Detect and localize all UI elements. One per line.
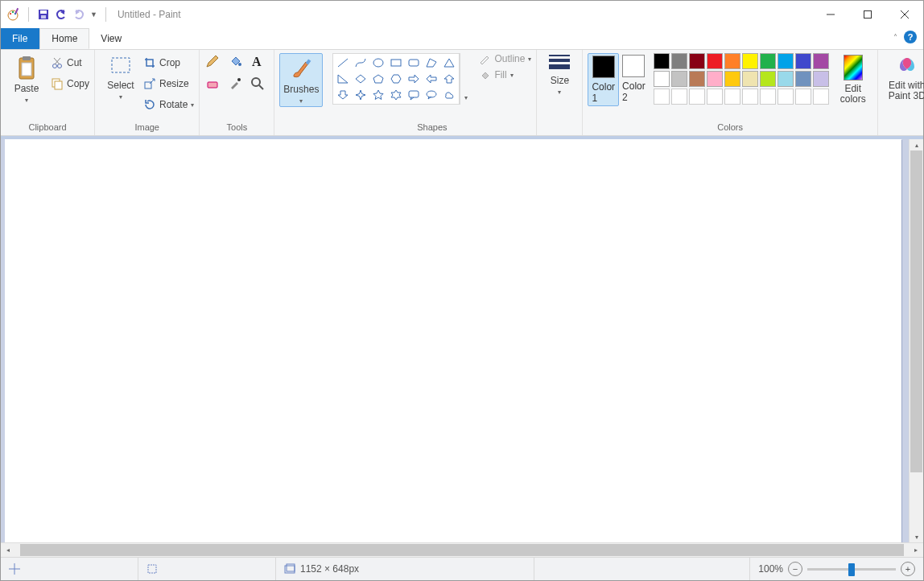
vertical-scrollbar[interactable]: ▴ ▾ xyxy=(909,139,923,542)
tab-home[interactable]: Home xyxy=(39,28,89,49)
shape-arrow-right-icon[interactable] xyxy=(406,72,422,86)
rotate-button[interactable]: Rotate ▾ xyxy=(143,95,194,114)
zoom-out-button[interactable]: − xyxy=(788,562,802,576)
palette-custom-slot[interactable] xyxy=(689,89,705,105)
horizontal-scrollbar[interactable]: ◂ ▸ xyxy=(1,542,923,557)
shape-line-icon[interactable] xyxy=(335,56,351,70)
palette-swatch[interactable] xyxy=(813,71,829,87)
palette-swatch[interactable] xyxy=(689,71,705,87)
palette-custom-slot[interactable] xyxy=(760,89,776,105)
status-file-size xyxy=(534,558,750,580)
palette-swatch[interactable] xyxy=(671,71,687,87)
shape-hexagon-icon[interactable] xyxy=(388,72,404,86)
palette-swatch[interactable] xyxy=(724,71,740,87)
color1-button[interactable]: Color1 xyxy=(588,53,619,106)
color-picker-tool-icon[interactable] xyxy=(227,76,246,95)
palette-swatch[interactable] xyxy=(742,71,758,87)
resize-button[interactable]: Resize xyxy=(143,74,194,93)
palette-swatch[interactable] xyxy=(707,53,723,69)
palette-custom-slot[interactable] xyxy=(671,89,687,105)
outline-button[interactable]: Outline ▾ xyxy=(478,53,531,64)
shape-oval-icon[interactable] xyxy=(370,56,386,70)
shape-arrow-up-icon[interactable] xyxy=(441,72,457,86)
copy-button[interactable]: Copy xyxy=(51,74,89,93)
title-bar: ▼ Untitled - Paint xyxy=(1,1,923,28)
drawing-canvas[interactable] xyxy=(5,139,901,542)
shapes-more-button[interactable]: ▾ xyxy=(460,53,472,105)
shape-diamond-icon[interactable] xyxy=(353,72,369,86)
ribbon-collapse-icon[interactable]: ˄ xyxy=(893,33,897,42)
shape-curve-icon[interactable] xyxy=(353,56,369,70)
palette-swatch[interactable] xyxy=(707,71,723,87)
shape-pentagon-icon[interactable] xyxy=(370,72,386,86)
palette-custom-slot[interactable] xyxy=(795,89,811,105)
palette-custom-slot[interactable] xyxy=(654,89,670,105)
palette-swatch[interactable] xyxy=(778,53,794,69)
magnifier-tool-icon[interactable] xyxy=(250,76,269,95)
close-button[interactable] xyxy=(886,2,923,27)
edit-colors-button[interactable]: Editcolors xyxy=(834,53,872,105)
shape-right-triangle-icon[interactable] xyxy=(335,72,351,86)
zoom-in-button[interactable]: + xyxy=(901,562,915,576)
palette-swatch[interactable] xyxy=(654,71,670,87)
tab-view[interactable]: View xyxy=(89,28,134,49)
pencil-tool-icon[interactable] xyxy=(204,53,224,72)
edit-with-paint3d-button[interactable]: Edit withPaint 3D xyxy=(883,53,924,101)
brushes-button[interactable]: Brushes▾ xyxy=(279,53,323,107)
crop-button[interactable]: Crop xyxy=(143,53,194,72)
palette-swatch[interactable] xyxy=(654,53,670,69)
shape-6star-icon[interactable] xyxy=(388,88,404,102)
qat-customize-icon[interactable]: ▼ xyxy=(90,10,97,19)
maximize-button[interactable] xyxy=(849,2,886,27)
shape-triangle-icon[interactable] xyxy=(441,56,457,70)
palette-swatch[interactable] xyxy=(760,71,776,87)
shape-polygon-icon[interactable] xyxy=(423,56,439,70)
palette-custom-slot[interactable] xyxy=(813,89,829,105)
palette-custom-slot[interactable] xyxy=(707,89,723,105)
text-tool-icon[interactable]: A xyxy=(250,53,269,72)
palette-custom-slot[interactable] xyxy=(742,89,758,105)
paste-button[interactable]: Paste▾ xyxy=(6,53,47,105)
save-icon[interactable] xyxy=(37,8,50,21)
cut-button[interactable]: Cut xyxy=(51,53,89,72)
redo-icon[interactable] xyxy=(72,8,85,21)
help-icon[interactable]: ? xyxy=(904,31,917,43)
palette-swatch[interactable] xyxy=(742,53,758,69)
shape-4star-icon[interactable] xyxy=(353,88,369,102)
minimize-button[interactable] xyxy=(812,2,849,27)
palette-swatch[interactable] xyxy=(795,53,811,69)
palette-custom-slot[interactable] xyxy=(778,89,794,105)
palette-swatch[interactable] xyxy=(760,53,776,69)
select-button[interactable]: Select▾ xyxy=(100,53,142,102)
palette-custom-slot[interactable] xyxy=(724,89,740,105)
size-button[interactable]: Size▾ xyxy=(542,53,577,97)
tab-file[interactable]: File xyxy=(1,28,39,49)
palette-swatch[interactable] xyxy=(813,53,829,69)
shape-roundrect-icon[interactable] xyxy=(406,56,422,70)
eraser-tool-icon[interactable] xyxy=(204,76,224,95)
shape-rect-icon[interactable] xyxy=(388,56,404,70)
color2-button[interactable]: Color2 xyxy=(619,53,649,105)
palette-swatch[interactable] xyxy=(795,71,811,87)
shapes-gallery[interactable] xyxy=(332,53,460,105)
fill-button[interactable]: Fill ▾ xyxy=(478,69,531,80)
shape-callout-rounded-icon[interactable] xyxy=(406,88,422,102)
fill-tool-icon[interactable] xyxy=(227,53,246,72)
work-area: ▴ ▾ ◂ ▸ xyxy=(1,136,923,557)
shape-callout-cloud-icon[interactable] xyxy=(441,88,457,102)
shape-arrow-down-icon[interactable] xyxy=(335,88,351,102)
palette-swatch[interactable] xyxy=(671,53,687,69)
undo-icon[interactable] xyxy=(55,8,68,21)
group-shapes: ▾ Outline ▾ Fill ▾ Shapes xyxy=(328,50,537,135)
svg-point-23 xyxy=(238,63,241,66)
shape-5star-icon[interactable] xyxy=(370,88,386,102)
window-title: Untitled - Paint xyxy=(118,9,181,20)
svg-line-30 xyxy=(338,59,348,67)
zoom-slider[interactable] xyxy=(807,568,896,571)
palette-swatch[interactable] xyxy=(689,53,705,69)
cursor-position-icon xyxy=(9,563,20,575)
shape-arrow-left-icon[interactable] xyxy=(423,72,439,86)
shape-callout-oval-icon[interactable] xyxy=(423,88,439,102)
palette-swatch[interactable] xyxy=(778,71,794,87)
palette-swatch[interactable] xyxy=(724,53,740,69)
